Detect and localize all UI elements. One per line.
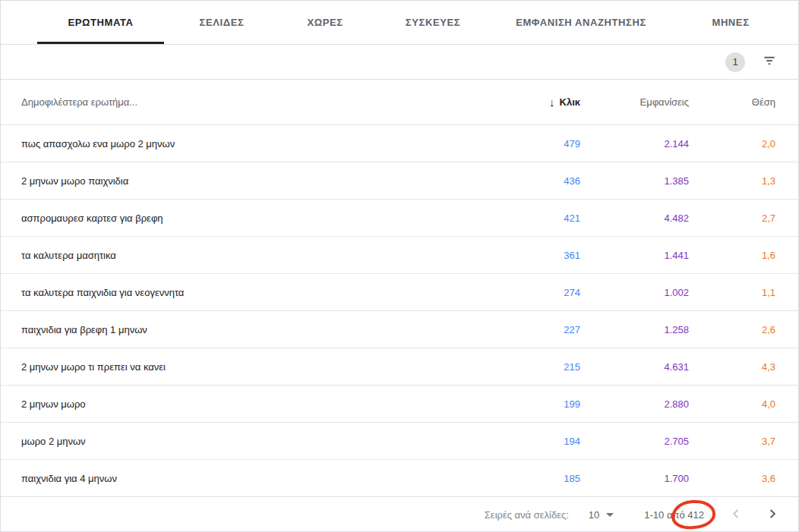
clicks-value: 274 (489, 287, 580, 298)
filter-button[interactable] (762, 53, 777, 71)
query-cell[interactable]: τα καλυτερα μασητικα (21, 250, 489, 261)
tab-pages[interactable]: ΣΕΛΙΔΕΣ (164, 1, 279, 44)
pagination-range-prefix: 1-10 από (644, 509, 684, 521)
tab-label: ΧΩΡΕΣ (307, 17, 343, 28)
query-cell[interactable]: 2 μηνων μωρο παιχνιδια (21, 175, 489, 187)
tab-countries[interactable]: ΧΩΡΕΣ (279, 1, 371, 44)
position-value: 2,0 (689, 138, 775, 150)
table-row[interactable]: τα καλυτερα μασητικα 361 1.441 1,6 (1, 236, 798, 273)
pagination-range: 1-10 από 412 (644, 509, 704, 521)
next-page-button[interactable] (763, 505, 782, 524)
position-value: 2,7 (689, 212, 775, 224)
previous-page-button[interactable] (727, 505, 745, 524)
table-row[interactable]: 2 μηνων μωρο 199 2.880 4,0 (1, 385, 798, 422)
impressions-value: 1.258 (580, 324, 689, 335)
performance-report-card: ΕΡΩΤΗΜΑΤΑ ΣΕΛΙΔΕΣ ΧΩΡΕΣ ΣΥΣΚΕΥΕΣ ΕΜΦΑΝΙΣ… (0, 0, 799, 532)
tab-months[interactable]: ΜΗΝΕΣ (667, 1, 794, 44)
clicks-value: 199 (489, 398, 580, 410)
position-value: 1,3 (689, 175, 775, 187)
column-header-clicks-label: Κλικ (560, 96, 580, 108)
impressions-value: 2.144 (580, 138, 689, 150)
impressions-value: 1.385 (580, 175, 689, 187)
clicks-value: 185 (489, 473, 580, 484)
clicks-value: 479 (489, 138, 580, 150)
position-value: 4,3 (689, 361, 775, 373)
table-row[interactable]: ασπρομαυρεσ καρτεσ για βρεφη 421 4.482 2… (1, 199, 798, 236)
tab-label: ΣΥΣΚΕΥΕΣ (406, 17, 460, 28)
selected-count-badge[interactable]: 1 (725, 52, 745, 72)
table-row[interactable]: παιχνιδια για 4 μηνων 185 1.700 3,6 (1, 459, 798, 496)
tab-label: ΣΕΛΙΔΕΣ (200, 17, 245, 28)
rows-per-page-select[interactable]: 10 (589, 509, 614, 521)
table-row[interactable]: 2 μηνων μωρο τι πρεπει να κανει 215 4.63… (1, 348, 798, 385)
chevron-right-icon (764, 505, 781, 524)
pagination-total: 412 (687, 509, 704, 521)
filter-list-icon (762, 53, 777, 71)
column-header-impressions[interactable]: Εμφανίσεις (580, 96, 689, 108)
clicks-value: 361 (489, 250, 580, 261)
tab-label: ΕΡΩΤΗΜΑΤΑ (68, 17, 134, 28)
table-row[interactable]: παιχνιδια για βρεφη 1 μηνων 227 1.258 2,… (1, 310, 798, 348)
table-header-row: Δημοφιλέστερα ερωτήμα... ↓ Κλικ Εμφανίσε… (1, 79, 798, 124)
rows-per-page-value: 10 (589, 509, 599, 521)
table-toolbar: 1 (1, 44, 798, 79)
tab-label: ΕΜΦΑΝΙΣΗ ΑΝΑΖΗΤΗΣΗΣ (516, 17, 646, 28)
chevron-left-icon (728, 505, 744, 524)
impressions-value: 1.700 (580, 473, 689, 484)
tab-queries[interactable]: ΕΡΩΤΗΜΑΤΑ (37, 1, 164, 44)
clicks-value: 194 (489, 436, 580, 447)
table-row[interactable]: 2 μηνων μωρο παιχνιδια 436 1.385 1,3 (1, 162, 798, 199)
impressions-value: 2.880 (580, 398, 689, 410)
table-row[interactable]: τα καλυτερα παιχνιδια για νεογεννητα 274… (1, 273, 798, 310)
clicks-value: 421 (489, 212, 580, 224)
tab-search-appearance[interactable]: ΕΜΦΑΝΙΣΗ ΑΝΑΖΗΤΗΣΗΣ (495, 1, 667, 44)
pagination-total-wrap: 412 (687, 509, 704, 521)
query-cell[interactable]: 2 μηνων μωρο τι πρεπει να κανει (21, 361, 489, 373)
query-cell[interactable]: παιχνιδια για βρεφη 1 μηνων (21, 324, 489, 335)
query-cell[interactable]: μωρο 2 μηνων (21, 436, 489, 447)
clicks-value: 215 (489, 361, 580, 373)
clicks-value: 227 (489, 324, 580, 335)
rows-per-page-label: Σειρές ανά σελίδες: (485, 509, 569, 521)
query-cell[interactable]: παιχνιδια για 4 μηνων (21, 473, 489, 484)
query-cell[interactable]: τα καλυτερα παιχνιδια για νεογεννητα (21, 287, 489, 298)
dropdown-caret-icon (606, 513, 614, 517)
table-row[interactable]: πως απασχολω ενα μωρο 2 μηνων 479 2.144 … (1, 124, 798, 162)
report-tabbar: ΕΡΩΤΗΜΑΤΑ ΣΕΛΙΔΕΣ ΧΩΡΕΣ ΣΥΣΚΕΥΕΣ ΕΜΦΑΝΙΣ… (1, 1, 798, 44)
tab-devices[interactable]: ΣΥΣΚΕΥΕΣ (371, 1, 495, 44)
table-row[interactable]: μωρο 2 μηνων 194 2.705 3,7 (1, 422, 798, 459)
position-value: 2,6 (689, 324, 775, 335)
tab-label: ΜΗΝΕΣ (712, 17, 749, 28)
query-cell[interactable]: 2 μηνων μωρο (21, 398, 489, 410)
position-value: 1,6 (689, 250, 775, 261)
position-value: 3,6 (689, 473, 775, 484)
impressions-value: 1.002 (580, 287, 689, 298)
position-value: 4,0 (689, 398, 775, 410)
column-header-queries[interactable]: Δημοφιλέστερα ερωτήμα... (21, 96, 489, 108)
column-header-clicks[interactable]: ↓ Κλικ (489, 96, 580, 109)
sort-descending-icon: ↓ (549, 96, 555, 109)
impressions-value: 4.631 (580, 361, 689, 373)
position-value: 3,7 (689, 436, 775, 447)
position-value: 1,1 (689, 287, 775, 298)
query-cell[interactable]: πως απασχολω ενα μωρο 2 μηνων (21, 138, 489, 150)
impressions-value: 1.441 (580, 250, 689, 261)
pagination-bar: Σειρές ανά σελίδες: 10 1-10 από 412 (1, 496, 798, 532)
impressions-value: 2.705 (580, 436, 689, 447)
impressions-value: 4.482 (580, 212, 689, 224)
query-cell[interactable]: ασπρομαυρεσ καρτεσ για βρεφη (21, 212, 489, 224)
clicks-value: 436 (489, 175, 580, 187)
column-header-position[interactable]: Θέση (689, 96, 775, 108)
